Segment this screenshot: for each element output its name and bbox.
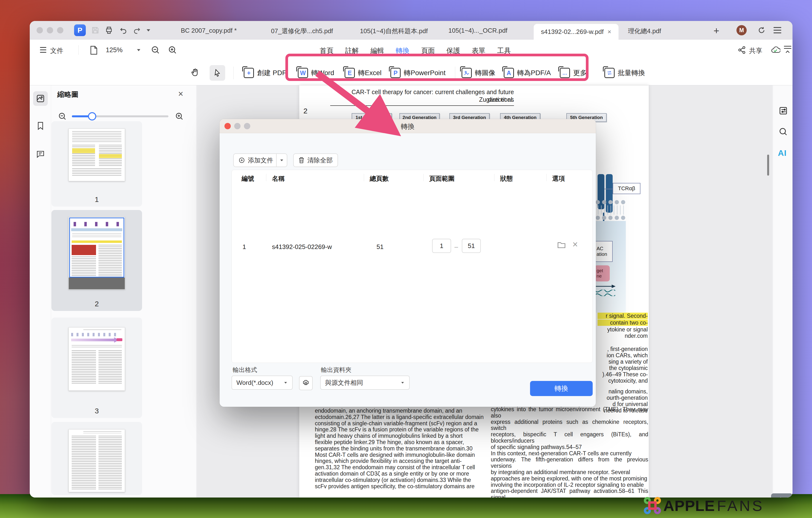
brand-fans-text: FANS — [717, 497, 764, 514]
row-file-name: s41392-025-02269-w — [272, 243, 332, 251]
redo-icon[interactable] — [133, 27, 141, 34]
range-from-input[interactable] — [432, 239, 451, 253]
thumbnail-page-4[interactable] — [51, 422, 142, 495]
divider — [233, 66, 234, 79]
thumbnail-page-2-selected[interactable]: 2 — [51, 210, 142, 311]
gear-icon — [302, 380, 310, 387]
tab-lihua4[interactable]: 理化總4.pdf — [628, 27, 661, 35]
column-header-status: 狀態 — [500, 174, 513, 183]
share-icon[interactable] — [738, 46, 746, 54]
account-avatar[interactable]: M — [736, 25, 747, 35]
clear-all-button[interactable]: 清除全部 — [293, 154, 338, 167]
file-menu-icon[interactable] — [40, 47, 46, 53]
file-menu[interactable]: 文件 — [50, 46, 63, 55]
new-tab-button[interactable]: + — [714, 25, 719, 36]
figure-arrow — [594, 284, 616, 289]
output-format-select[interactable]: Word(*.docx) — [232, 376, 293, 390]
column-header-options: 選項 — [552, 174, 565, 183]
ai-assistant-icon[interactable]: AI — [778, 148, 787, 158]
column-header-name: 名稱 — [272, 174, 285, 183]
pdf-highlighted-line: contain two co- — [598, 320, 648, 326]
chevron-down-icon — [280, 159, 283, 161]
batch-convert-button[interactable]: 批量轉換 — [604, 68, 645, 78]
scrollbar-thumb[interactable] — [767, 155, 769, 175]
pdf-left-column-text: endodomain, an anchoring transmembrane d… — [315, 408, 488, 489]
cursor-icon — [213, 69, 222, 77]
zoom-out-icon[interactable] — [151, 46, 160, 54]
add-file-dropdown-button[interactable] — [276, 154, 287, 167]
convert-dialog: 轉換 添加文件 清除全部 編號 名稱 總頁數 頁面範圍 狀態 選項 1 s413… — [220, 119, 596, 407]
share-label[interactable]: 共享 — [749, 46, 762, 55]
window-tab-bar: P BC 2007_copy.pdf * 07_選修化學...ch5.pdf 1… — [30, 21, 792, 39]
row-total-pages: 51 — [377, 243, 384, 251]
convert-button[interactable]: 轉換 — [530, 381, 593, 396]
print-icon[interactable] — [105, 26, 113, 34]
thumb-zoom-in-icon[interactable] — [175, 112, 183, 120]
tab-science[interactable]: 105(1~4)自然科題本.pdf — [360, 27, 428, 35]
open-folder-icon[interactable] — [557, 241, 566, 248]
figure-target-gene-label: get ne — [594, 265, 610, 281]
thumbnail-page-3[interactable]: 3 — [51, 318, 142, 418]
left-icon-strip — [30, 85, 51, 497]
maximize-window-button[interactable] — [57, 27, 63, 33]
output-folder-select[interactable]: 與源文件相同 — [320, 376, 410, 390]
history-dropdown-icon[interactable] — [147, 29, 150, 31]
thumbnail-page-1[interactable]: 1 — [51, 121, 142, 207]
zoom-level-value[interactable]: 125% — [106, 46, 123, 54]
cloud-sync-icon[interactable] — [771, 45, 780, 55]
bookmark-icon — [36, 122, 45, 130]
chevron-down-icon — [401, 382, 404, 384]
remove-file-icon[interactable]: × — [573, 239, 578, 250]
range-dash: – — [455, 243, 458, 251]
figure-trac-label: AC ation — [594, 241, 613, 262]
figure-tcr-label: TCRαβ — [613, 183, 640, 194]
column-header-pages: 總頁數 — [370, 174, 389, 183]
command-icon — [643, 496, 661, 515]
figure-membrane-tails — [594, 206, 625, 215]
file-list-table: 編號 名稱 總頁數 頁面範圍 狀態 選項 1 s41392-025-02269-… — [232, 170, 593, 363]
row-id: 1 — [242, 243, 246, 251]
thumbnail-page-number: 3 — [51, 407, 142, 415]
brand-apple-text: APPLE — [663, 497, 715, 514]
bookmarks-panel-button[interactable] — [33, 118, 48, 133]
pdf-highlighted-line: r signal. Second- — [598, 312, 648, 319]
thumb-zoom-slider-handle[interactable] — [88, 112, 96, 120]
undo-icon[interactable] — [119, 27, 127, 34]
minimize-window-button[interactable] — [47, 27, 53, 33]
zoom-dropdown-icon[interactable] — [137, 49, 140, 51]
trash-icon — [298, 157, 304, 163]
add-file-button[interactable]: 添加文件 — [233, 154, 278, 167]
close-window-button[interactable] — [36, 27, 43, 33]
format-settings-button[interactable] — [299, 376, 313, 390]
pdf-caption-fragment: ytokine or signal nder.com — [598, 326, 648, 339]
properties-panel-icon[interactable] — [779, 106, 788, 115]
save-icon[interactable] — [91, 26, 99, 34]
column-header-range: 頁面範圍 — [429, 174, 455, 183]
tab-ocr[interactable]: 105(1~4)..._OCR.pdf — [448, 27, 508, 34]
search-icon[interactable] — [779, 127, 788, 136]
applefans-watermark: APPLEFANS — [643, 496, 764, 515]
thumbnail-page-number: 2 — [51, 300, 142, 308]
zoom-in-icon[interactable] — [168, 46, 177, 54]
main-menu-icon[interactable] — [774, 27, 781, 33]
tab-bc2007[interactable]: BC 2007_copy.pdf * — [181, 27, 237, 34]
close-panel-icon[interactable]: × — [178, 89, 183, 99]
create-pdf-icon: + — [244, 68, 254, 78]
thumb-zoom-out-icon[interactable] — [58, 112, 66, 120]
page-view-icon[interactable] — [90, 46, 98, 55]
comments-panel-button[interactable] — [33, 147, 48, 161]
select-tool-button-active[interactable] — [210, 65, 225, 81]
tab-s41392-active[interactable]: s41392-02...269-w.pdf × — [534, 24, 618, 39]
output-format-label: 輸出格式 — [233, 366, 257, 374]
collapse-toolbar-icon[interactable] — [784, 46, 791, 54]
range-to-input[interactable] — [462, 239, 481, 253]
thumbnail-page-3-preview — [68, 327, 125, 391]
sync-icon[interactable] — [757, 26, 766, 34]
close-tab-icon[interactable]: × — [608, 28, 611, 36]
create-pdf-button[interactable]: + 創建 PDF — [244, 68, 286, 78]
tab-chem-ch5[interactable]: 07_選修化學...ch5.pdf — [271, 27, 333, 35]
thumbnails-panel-button[interactable] — [33, 91, 48, 106]
annotation-arrow — [304, 64, 422, 144]
hand-tool-icon[interactable] — [190, 67, 200, 78]
figure-membrane-top — [594, 199, 625, 206]
